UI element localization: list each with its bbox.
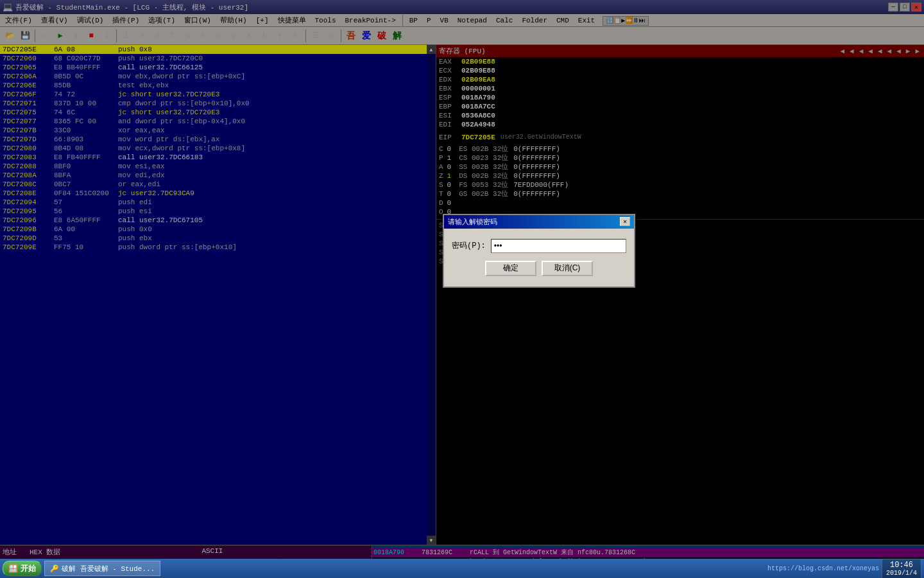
taskbar-time: 10:46 [886, 561, 917, 570]
taskbar-date: 2019/1/4 [886, 570, 917, 577]
password-label: 密码(P): [452, 240, 486, 251]
start-icon: 🪟 [8, 564, 18, 574]
password-dialog: 请输入解锁密码 ✕ 密码(P): 确定 取消(C) [443, 214, 635, 288]
modal-close-btn[interactable]: ✕ [620, 217, 630, 226]
modal-title: 请输入解锁密码 [448, 217, 497, 227]
taskbar: 🪟 开始 🔑 破解 吾爱破解 - Stude... https://blog.c… [0, 559, 924, 578]
taskbar-item-main[interactable]: 🔑 破解 吾爱破解 - Stude... [44, 561, 160, 576]
password-input[interactable] [491, 239, 626, 253]
modal-titlebar: 请输入解锁密码 ✕ [444, 215, 634, 229]
taskbar-app-label: 破解 吾爱破解 - Stude... [62, 564, 155, 574]
taskbar-url: https://blog.csdn.net/xoneyas [767, 565, 879, 572]
start-label: 开始 [21, 563, 36, 574]
ok-button[interactable]: 确定 [485, 261, 536, 276]
taskbar-right: https://blog.csdn.net/xoneyas 10:46 2019… [767, 559, 921, 579]
password-field: 密码(P): [452, 239, 626, 253]
start-button[interactable]: 🪟 开始 [3, 561, 42, 576]
modal-body: 密码(P): 确定 取消(C) [444, 229, 634, 286]
modal-overlay: 请输入解锁密码 ✕ 密码(P): 确定 取消(C) [0, 0, 924, 578]
taskbar-app-icon: 🔑 [50, 565, 59, 573]
modal-buttons: 确定 取消(C) [452, 261, 626, 281]
cancel-button[interactable]: 取消(C) [542, 261, 593, 276]
